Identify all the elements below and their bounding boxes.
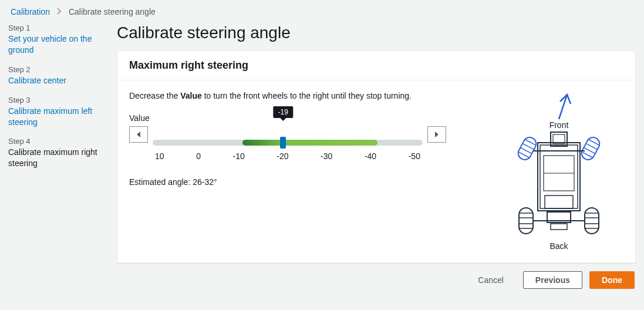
chevron-right-icon xyxy=(57,7,62,16)
vehicle-top-view-icon xyxy=(512,130,606,241)
triangle-right-icon xyxy=(434,131,440,138)
slider-handle[interactable] xyxy=(280,137,286,149)
svg-rect-30 xyxy=(551,224,567,230)
svg-rect-5 xyxy=(579,135,602,162)
tick: -30 xyxy=(321,151,332,161)
step-title[interactable]: Calibrate center xyxy=(8,75,109,86)
svg-line-2 xyxy=(522,143,534,149)
slider-tooltip: -19 xyxy=(274,106,293,118)
wizard-step-2[interactable]: Step 2 Calibrate center xyxy=(8,65,109,86)
value-slider: -19 10 0 -10 -20 -30 -40 xyxy=(129,126,446,161)
svg-rect-28 xyxy=(545,196,573,208)
wizard-step-4: Step 4 Calibrate maximum right steering xyxy=(8,137,109,169)
controls-area: Decrease the Value to turn the front whe… xyxy=(129,91,480,251)
svg-line-3 xyxy=(520,147,531,153)
svg-rect-15 xyxy=(585,208,599,234)
wizard-step-1[interactable]: Step 1 Set your vehicle on the ground xyxy=(8,23,109,56)
step-label: Step 2 xyxy=(8,65,109,74)
step-label: Step 4 xyxy=(8,137,109,146)
wizard-actions: Cancel Previous Done xyxy=(117,263,636,289)
step-label: Step 1 xyxy=(8,23,109,32)
vehicle-diagram: Front xyxy=(494,91,623,251)
instruction-bold: Value xyxy=(180,91,202,100)
main-content: Calibrate steering angle Maximum right s… xyxy=(109,23,644,289)
front-label: Front xyxy=(494,120,623,130)
step-title[interactable]: Set your vehicle on the ground xyxy=(8,33,109,56)
svg-rect-0 xyxy=(516,135,538,162)
step-label: Step 3 xyxy=(8,96,109,105)
panel-header: Maximum right steering xyxy=(117,51,635,80)
svg-rect-22 xyxy=(538,143,580,211)
instruction-text: Decrease the Value to turn the front whe… xyxy=(129,91,480,100)
previous-button[interactable]: Previous xyxy=(523,271,582,289)
panel-heading: Maximum right steering xyxy=(129,59,623,72)
breadcrumb-current: Calibrate steering angle xyxy=(69,7,156,16)
back-label: Back xyxy=(494,241,623,251)
breadcrumb-root[interactable]: Calibration xyxy=(11,7,50,16)
decrement-button[interactable] xyxy=(129,126,148,143)
step-title: Calibrate maximum right steering xyxy=(8,147,109,169)
tick: -40 xyxy=(365,151,376,161)
wizard-steps-sidebar: Step 1 Set your vehicle on the ground St… xyxy=(0,23,109,178)
estimated-label: Estimated angle: xyxy=(129,177,193,187)
triangle-left-icon xyxy=(136,131,141,138)
arrow-icon xyxy=(541,91,576,120)
slider-track[interactable] xyxy=(153,140,423,146)
slider-ticks: 10 0 -10 -20 -30 -40 -50 xyxy=(153,151,423,161)
calibration-panel: Maximum right steering Decrease the Valu… xyxy=(117,50,636,263)
estimated-value: 26-32° xyxy=(193,177,217,187)
svg-rect-23 xyxy=(540,145,578,208)
page-title: Calibrate steering angle xyxy=(117,23,636,42)
svg-rect-10 xyxy=(519,208,533,234)
done-button[interactable]: Done xyxy=(589,271,635,289)
svg-line-8 xyxy=(584,147,595,153)
step-title[interactable]: Calibrate maximum left steering xyxy=(8,106,109,128)
wizard-step-3[interactable]: Step 3 Calibrate maximum left steering xyxy=(8,96,109,128)
tick: -50 xyxy=(409,151,420,161)
instruction-post: to turn the front wheels to the right un… xyxy=(202,91,412,100)
cancel-button[interactable]: Cancel xyxy=(466,271,516,289)
tick: -10 xyxy=(233,151,245,161)
estimated-angle: Estimated angle: 26-32° xyxy=(129,177,480,187)
tick: 10 xyxy=(155,151,164,161)
tick: 0 xyxy=(196,151,201,161)
instruction-pre: Decrease the xyxy=(129,91,180,100)
svg-line-7 xyxy=(586,143,597,149)
increment-button[interactable] xyxy=(427,126,446,143)
tick: -20 xyxy=(277,151,288,161)
slider-fill xyxy=(242,140,377,146)
breadcrumb: Calibration Calibrate steering angle xyxy=(0,0,644,20)
value-label: Value xyxy=(129,113,480,123)
